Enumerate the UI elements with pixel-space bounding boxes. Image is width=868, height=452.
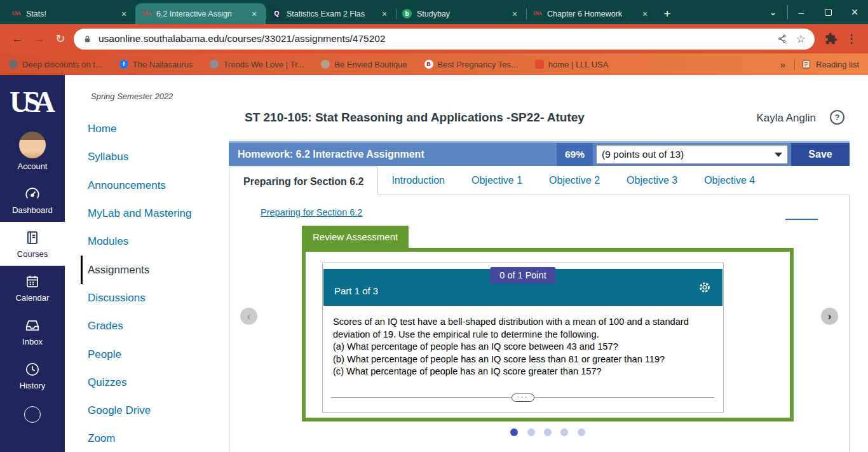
course-nav-discussions[interactable]: Discussions [88,284,229,312]
browser-tab[interactable]: b Studybay × [396,3,526,24]
dashboard-gauge-icon [24,186,41,202]
close-tab-icon[interactable]: × [510,9,520,19]
pagination-dot[interactable] [527,428,535,436]
sidebar-item-account[interactable]: Account [0,124,65,178]
quizlet-favicon: Q [272,9,281,18]
reading-list-button[interactable]: Reading list [801,59,859,69]
browser-menu-kebab-icon[interactable]: ⋮ [841,32,862,46]
close-tab-icon[interactable]: × [119,9,129,19]
extensions-puzzle-icon[interactable] [821,32,841,45]
points-dropdown[interactable]: (9 points out of 13) [596,145,788,164]
bookmark-item[interactable]: B Best Pregnancy Tes... [424,60,518,69]
pagination-dot[interactable] [560,428,568,436]
sidebar-item-calendar[interactable]: Calendar [0,266,65,310]
usa-favicon: USA [142,9,151,18]
course-nav-modules[interactable]: Modules [88,228,229,256]
new-tab-button[interactable]: + [656,3,678,24]
maximize-button[interactable] [815,0,841,24]
close-tab-icon[interactable]: × [249,9,259,19]
expand-handle[interactable]: ··· [512,394,534,402]
sidebar-item-label: Account [18,161,48,171]
sidebar-item-dashboard[interactable]: Dashboard [0,178,65,222]
browser-tab-active[interactable]: USA 6.2 Interactive Assign × [135,3,266,24]
bookmark-item[interactable]: f The Nailasaurus [119,60,193,69]
collapsed-divider [785,219,818,220]
course-nav-mylab[interactable]: MyLab and Mastering [88,200,229,228]
course-nav-people[interactable]: People [88,340,229,368]
url-omnibox[interactable]: usaonline.southalabama.edu/courses/33021… [74,29,815,50]
course-nav-quizzes[interactable]: Quizzes [88,369,229,397]
course-nav-announcements[interactable]: Announcements [88,172,229,200]
close-tab-icon[interactable]: × [640,9,650,19]
points-dropdown-value: (9 points out of 13) [602,149,684,160]
usa-logo[interactable]: USA [10,85,55,119]
back-button[interactable]: ← [6,28,28,50]
pagination-dot[interactable] [578,428,585,436]
course-nav-grades[interactable]: Grades [88,312,229,340]
bookmark-item[interactable]: Deep discounts on t... [9,60,102,69]
bookmark-star-icon[interactable]: ☆ [796,32,806,46]
help-icon[interactable] [24,406,41,423]
pagination-dot[interactable] [544,428,552,436]
section-link[interactable]: Preparing for Section 6.2 [261,207,362,217]
browser-address-bar: ← → ↻ usaonline.southalabama.edu/courses… [0,24,868,53]
user-name: Kayla Anglin [756,112,816,125]
section-tabs: Preparing for Section 6.2 Introduction O… [229,166,850,195]
carousel-prev-button[interactable]: ‹ [240,308,257,325]
main-content: ST 210-105: Stat Reasoning and Applicati… [229,75,868,452]
course-nav-syllabus[interactable]: Syllabus [88,143,229,171]
forward-button[interactable]: → [28,28,50,50]
reading-list-label: Reading list [816,60,859,69]
question-line: (c) What percentage of people has an IQ … [333,366,714,378]
sidebar-item-courses[interactable]: Courses [0,222,65,266]
save-button[interactable]: Save [791,143,850,166]
sidebar-item-label: Dashboard [12,205,53,215]
pagination-dot[interactable] [510,428,518,436]
tab-search-chevron-icon[interactable]: ⌄ [759,5,788,19]
bookmarks-bar: Deep discounts on t... f The Nailasaurus… [0,53,868,75]
close-window-button[interactable]: × [841,0,868,24]
browser-tab[interactable]: USA Chapter 6 Homework × [526,3,656,24]
score-badge: 69% [557,143,593,166]
bookmark-label: Best Pregnancy Tes... [438,60,518,69]
url-text[interactable]: usaonline.southalabama.edu/courses/33021… [98,33,768,45]
inbox-tray-icon [24,317,41,334]
review-assessment-tab[interactable]: Review Assessment [302,226,409,248]
sidebar-item-history[interactable]: History [0,353,65,397]
studybay-favicon: b [402,9,412,18]
gear-icon[interactable] [698,280,712,294]
course-nav-zoom[interactable]: Zoom [88,425,229,452]
tab-objective-3[interactable]: Objective 3 [613,166,691,195]
bookmark-item[interactable]: Trends We Love | Tr... [210,60,304,69]
pagination-dots [302,427,794,439]
course-nav-home[interactable]: Home [88,115,229,143]
minimize-button[interactable]: – [788,0,815,24]
carousel-next-button[interactable]: › [821,308,838,325]
usa-favicon: USA [532,9,542,18]
course-nav-google-drive[interactable]: Google Drive [88,397,229,425]
tab-objective-1[interactable]: Objective 1 [458,166,536,195]
browser-tab[interactable]: USA Stats! × [5,3,135,24]
bookmark-item[interactable]: Be Envied Boutique [321,60,407,69]
avatar [19,132,46,158]
share-icon[interactable] [777,34,787,44]
sidebar-item-inbox[interactable]: Inbox [0,310,65,353]
tab-introduction[interactable]: Introduction [378,166,458,195]
tab-preparing[interactable]: Preparing for Section 6.2 [229,167,378,195]
reading-list-icon [801,59,811,69]
browser-tab[interactable]: Q Statistics Exam 2 Flas × [266,3,396,24]
tab-objective-2[interactable]: Objective 2 [536,166,613,195]
bookmark-label: Be Envied Boutique [334,60,407,69]
bookmark-label: Trends We Love | Tr... [223,60,304,69]
bookmarks-overflow-chevron-icon[interactable]: » [773,59,793,70]
bookmark-favicon [321,60,330,69]
course-nav-assignments[interactable]: Assignments [81,256,229,284]
sidebar-item-label: Calendar [16,293,50,303]
browser-tab-title: Statistics Exam 2 Flas [287,10,376,18]
close-tab-icon[interactable]: × [379,9,390,19]
browser-tab-title: Stats! [26,10,115,18]
reload-button[interactable]: ↻ [50,28,71,50]
tab-objective-4[interactable]: Objective 4 [691,166,768,195]
bookmark-item[interactable]: home | LLL USA [535,60,609,69]
help-question-icon[interactable]: ? [830,110,844,125]
